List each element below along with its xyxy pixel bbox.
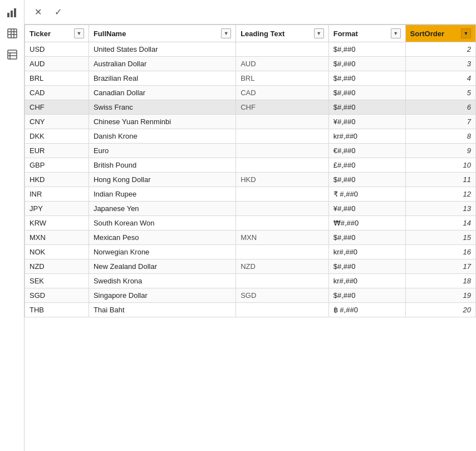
confirm-button[interactable]: ✓ — [49, 3, 67, 21]
cell-sortorder: 2 — [405, 42, 475, 57]
cell-fullname: Danish Krone — [89, 129, 235, 144]
cell-ticker: HKD — [25, 173, 89, 187]
cell-leading — [236, 42, 329, 57]
cell-format: $#,##0 — [328, 259, 405, 274]
table-row[interactable]: CHFSwiss FrancCHF$#,##06 — [25, 100, 476, 115]
cell-leading: BRL — [236, 71, 329, 86]
cell-leading: CHF — [236, 100, 329, 115]
cell-fullname: South Korean Won — [89, 216, 235, 231]
cell-sortorder: 18 — [405, 274, 475, 288]
format-filter-btn[interactable]: ▼ — [391, 28, 401, 38]
cell-sortorder: 10 — [405, 158, 475, 173]
cell-sortorder: 12 — [405, 187, 475, 202]
col-fullname-label: FullName — [94, 30, 126, 38]
table-row[interactable]: DKKDanish Kronekr#,##08 — [25, 129, 476, 144]
cell-ticker: NOK — [25, 245, 89, 259]
table-row[interactable]: SEKSwedish Kronakr#,##018 — [25, 274, 476, 288]
cell-format: $#,##0 — [328, 231, 405, 245]
cell-fullname: New Zealand Dollar — [89, 259, 235, 274]
chart-sidebar-icon[interactable] — [2, 2, 22, 22]
cell-format: kr#,##0 — [328, 274, 405, 288]
col-header-ticker: Ticker ▼ — [25, 25, 89, 42]
leading-filter-btn[interactable]: ▼ — [314, 28, 324, 38]
cell-format: ¥#,##0 — [328, 202, 405, 216]
table-sidebar-icon[interactable] — [2, 23, 22, 43]
cell-sortorder: 8 — [405, 129, 475, 144]
cell-format: £#,##0 — [328, 158, 405, 173]
cell-ticker: MXN — [25, 231, 89, 245]
col-format-label: Format — [333, 30, 358, 38]
cell-ticker: AUD — [25, 57, 89, 71]
cell-format: $#,##0 — [328, 71, 405, 86]
cell-fullname: Australian Dollar — [89, 57, 235, 71]
cell-format: $#,##0 — [328, 57, 405, 71]
cell-format: €#,##0 — [328, 144, 405, 158]
table-row[interactable]: USDUnited States Dollar$#,##02 — [25, 42, 476, 57]
table-row[interactable]: BRLBrazilian RealBRL$#,##04 — [25, 71, 476, 86]
cell-sortorder: 16 — [405, 245, 475, 259]
cell-ticker: NZD — [25, 259, 89, 274]
col-leading-label: Leading Text — [241, 30, 284, 38]
cell-ticker: KRW — [25, 216, 89, 231]
cell-ticker: USD — [25, 42, 89, 57]
fullname-filter-btn[interactable]: ▼ — [221, 28, 231, 38]
table-container[interactable]: Ticker ▼ FullName ▼ Leading Text ▼ — [24, 24, 476, 451]
cell-fullname: Chinese Yuan Renminbi — [89, 115, 235, 129]
table-row[interactable]: THBThai Baht฿ #,##020 — [25, 303, 476, 317]
table-row[interactable]: MXNMexican PesoMXN$#,##015 — [25, 231, 476, 245]
table-row[interactable]: HKDHong Kong DollarHKD$#,##011 — [25, 173, 476, 187]
cell-ticker: JPY — [25, 202, 89, 216]
table-row[interactable]: JPYJapanese Yen¥#,##013 — [25, 202, 476, 216]
table-row[interactable]: NZDNew Zealand DollarNZD$#,##017 — [25, 259, 476, 274]
svg-rect-2 — [14, 8, 16, 17]
cell-fullname: Swiss Franc — [89, 100, 235, 115]
cell-ticker: CNY — [25, 115, 89, 129]
cell-leading — [236, 144, 329, 158]
cell-format: $#,##0 — [328, 42, 405, 57]
cell-fullname: Norwegian Krone — [89, 245, 235, 259]
cell-leading — [236, 202, 329, 216]
table-row[interactable]: GBPBritish Pound£#,##010 — [25, 158, 476, 173]
cell-sortorder: 5 — [405, 86, 475, 100]
cell-sortorder: 17 — [405, 259, 475, 274]
table-row[interactable]: INRIndian Rupee₹ #,##012 — [25, 187, 476, 202]
cell-fullname: Hong Kong Dollar — [89, 173, 235, 187]
cell-fullname: Japanese Yen — [89, 202, 235, 216]
cell-leading — [236, 274, 329, 288]
ticker-filter-btn[interactable]: ▼ — [74, 28, 84, 38]
cell-leading — [236, 187, 329, 202]
col-sortorder-label: SortOrder — [410, 30, 444, 38]
cell-leading: NZD — [236, 259, 329, 274]
col-ticker-label: Ticker — [30, 30, 51, 38]
table-row[interactable]: KRWSouth Korean Won₩#,##014 — [25, 216, 476, 231]
data-sidebar-icon[interactable] — [2, 45, 22, 65]
cell-fullname: United States Dollar — [89, 42, 235, 57]
cell-format: ₹ #,##0 — [328, 187, 405, 202]
cell-fullname: Thai Baht — [89, 303, 235, 317]
svg-rect-3 — [8, 29, 17, 38]
cell-format: $#,##0 — [328, 100, 405, 115]
close-button[interactable]: ✕ — [29, 3, 47, 21]
cell-ticker: EUR — [25, 144, 89, 158]
table-row[interactable]: SGDSingapore DollarSGD$#,##019 — [25, 288, 476, 303]
cell-ticker: SEK — [25, 274, 89, 288]
sortorder-filter-btn[interactable]: ▼ — [461, 28, 471, 38]
table-row[interactable]: NOKNorwegian Kronekr#,##016 — [25, 245, 476, 259]
svg-rect-1 — [11, 11, 13, 17]
table-row[interactable]: EUREuro€#,##09 — [25, 144, 476, 158]
cell-fullname: British Pound — [89, 158, 235, 173]
cell-leading: CAD — [236, 86, 329, 100]
sidebar — [0, 0, 24, 451]
cell-sortorder: 19 — [405, 288, 475, 303]
svg-rect-8 — [8, 50, 17, 59]
table-row[interactable]: CADCanadian DollarCAD$#,##05 — [25, 86, 476, 100]
table-row[interactable]: AUDAustralian DollarAUD$#,##03 — [25, 57, 476, 71]
cell-format: $#,##0 — [328, 86, 405, 100]
table-row[interactable]: CNYChinese Yuan Renminbi¥#,##07 — [25, 115, 476, 129]
cell-format: kr#,##0 — [328, 245, 405, 259]
cell-format: ฿ #,##0 — [328, 303, 405, 317]
cell-sortorder: 7 — [405, 115, 475, 129]
cell-fullname: Singapore Dollar — [89, 288, 235, 303]
col-header-fullname: FullName ▼ — [89, 25, 235, 42]
cell-leading — [236, 216, 329, 231]
